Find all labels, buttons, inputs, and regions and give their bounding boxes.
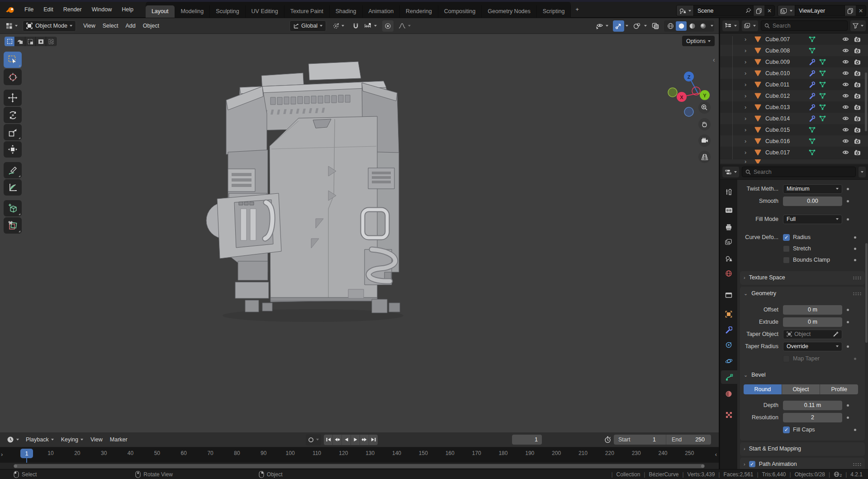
geometry-header[interactable]: ⌄Geometry [744, 290, 776, 297]
disable-render-camera-icon[interactable] [854, 139, 861, 144]
menu-item[interactable]: Window [87, 4, 117, 15]
tool-scale[interactable] [4, 124, 22, 140]
animate-dot[interactable] [847, 417, 849, 419]
list-item[interactable]: › Cube.012 [720, 90, 868, 101]
workspace-tab[interactable]: Compositing [438, 5, 482, 18]
twist-method-dropdown[interactable]: Minimum [783, 184, 842, 194]
menu-item[interactable]: Help [117, 4, 138, 15]
viewport-camera-button[interactable] [698, 134, 711, 147]
animate-dot[interactable] [847, 309, 849, 311]
animate-dot[interactable] [847, 321, 849, 323]
menu-item[interactable]: Edit [38, 4, 58, 15]
tab-render-icon[interactable] [720, 203, 737, 217]
unlink-scene-button[interactable]: ✕ [764, 8, 774, 14]
disable-render-camera-icon[interactable] [854, 59, 861, 65]
panel-grip[interactable] [853, 276, 862, 279]
gizmos-toggle[interactable] [613, 20, 624, 32]
tool-rotate[interactable] [4, 107, 22, 123]
tab-physics-icon[interactable] [720, 354, 737, 368]
object-name[interactable]: Cube.011 [765, 81, 789, 88]
expand-arrow-icon[interactable]: › [745, 58, 746, 65]
hide-viewport-eye-icon[interactable] [842, 93, 849, 98]
xray-toggle[interactable] [650, 20, 661, 32]
hide-viewport-eye-icon[interactable] [842, 71, 849, 76]
map-taper-checkbox[interactable] [783, 355, 790, 362]
bevel-header[interactable]: ⌄Bevel [744, 372, 766, 378]
animate-dot[interactable] [847, 404, 849, 407]
object-name[interactable]: Cube.012 [765, 93, 790, 99]
smooth-field[interactable]: 0.00 [783, 196, 842, 206]
pin-icon[interactable] [744, 8, 753, 14]
expand-arrow-icon[interactable]: › [745, 36, 746, 43]
animate-dot[interactable] [854, 248, 856, 250]
hide-viewport-eye-icon[interactable] [842, 127, 849, 132]
shading-rendered-icon[interactable] [697, 21, 708, 31]
shading-material-icon[interactable] [687, 21, 697, 31]
3d-model-door[interactable] [194, 59, 430, 331]
workspace-tab[interactable]: Scripting [537, 5, 571, 18]
new-scene-button[interactable] [753, 5, 764, 16]
workspace-tab[interactable]: Modeling [175, 5, 210, 18]
play-button[interactable] [351, 435, 360, 445]
viewport-3d[interactable]: Object Mode View Select Add Object Globa… [0, 18, 719, 432]
select-mode-intersect[interactable] [46, 37, 57, 46]
hide-viewport-eye-icon[interactable] [842, 37, 849, 42]
use-preview-range-toggle[interactable] [602, 436, 614, 443]
tool-transform[interactable] [4, 141, 22, 158]
disable-render-camera-icon[interactable] [854, 37, 861, 42]
tool-cursor[interactable] [4, 69, 22, 85]
outliner-filter-display-button[interactable] [742, 20, 758, 31]
properties-scrollbar[interactable] [865, 243, 868, 343]
menu-object[interactable]: Object [139, 20, 163, 32]
taper-radius-dropdown[interactable]: Override [783, 342, 842, 351]
animate-dot[interactable] [847, 345, 849, 348]
workspace-tab[interactable]: Geometry Nodes [482, 5, 536, 18]
path-animation-checkbox[interactable]: ✓ [749, 461, 755, 467]
bevel-object-button[interactable]: Object [782, 384, 821, 394]
list-item[interactable]: › Cube.014 [720, 113, 868, 124]
menu-playback[interactable]: Playback [22, 434, 57, 445]
menu-item[interactable]: File [19, 4, 38, 15]
tab-object-data-icon[interactable] [721, 370, 737, 384]
panel-grip[interactable] [853, 292, 862, 295]
disable-render-camera-icon[interactable] [854, 93, 861, 99]
workspace-tab[interactable]: Rendering [400, 5, 438, 18]
path-animation-header[interactable]: › ✓ Path Animation [744, 461, 797, 467]
list-item[interactable]: › Cube.011 [720, 79, 868, 90]
tab-viewlayer-icon[interactable] [720, 235, 737, 249]
options-button[interactable]: Options [682, 36, 715, 46]
list-item[interactable]: › Cube.013 [720, 101, 868, 113]
tab-object-icon[interactable] [720, 307, 737, 321]
outliner-search-input[interactable]: Search [761, 20, 848, 31]
tab-collection-icon[interactable] [720, 288, 737, 302]
animate-dot[interactable] [847, 218, 849, 220]
hide-viewport-eye-icon[interactable] [842, 116, 849, 121]
animate-dot[interactable] [854, 429, 856, 431]
viewport-perspective-button[interactable] [698, 151, 711, 163]
scene-name[interactable]: Scene [694, 8, 744, 14]
menu-view[interactable]: View [80, 20, 99, 32]
menu-select[interactable]: Select [99, 20, 122, 32]
object-name[interactable]: Cube.007 [765, 36, 790, 43]
list-item[interactable]: › Cube.007 [720, 34, 868, 45]
current-frame-marker[interactable]: 1 [20, 449, 33, 458]
workspace-tab[interactable]: Shading [330, 5, 363, 18]
tab-texture-icon[interactable] [720, 408, 737, 422]
hide-viewport-eye-icon[interactable] [842, 105, 849, 110]
select-mode-invert[interactable] [36, 37, 46, 46]
fill-mode-dropdown[interactable]: Full [783, 215, 842, 224]
frame-end-field[interactable]: End 250 [666, 435, 711, 445]
list-item[interactable]: › Cube.009 [720, 56, 868, 67]
disable-render-camera-icon[interactable] [854, 71, 861, 76]
viewlayer-browse-button[interactable] [778, 5, 795, 16]
expand-arrow-icon[interactable]: › [745, 70, 746, 77]
tab-world-icon[interactable] [720, 267, 737, 280]
add-workspace-button[interactable]: + [571, 4, 583, 16]
disable-render-camera-icon[interactable] [854, 82, 861, 87]
object-name[interactable]: Cube.017 [765, 149, 790, 156]
orientation-dropdown[interactable]: Global [289, 20, 326, 32]
mode-dropdown[interactable]: Object Mode [23, 20, 76, 32]
region-collapse-arrow[interactable]: ‹ [715, 451, 717, 458]
hide-viewport-eye-icon[interactable] [842, 82, 849, 87]
taper-object-field[interactable]: Object [783, 330, 842, 339]
